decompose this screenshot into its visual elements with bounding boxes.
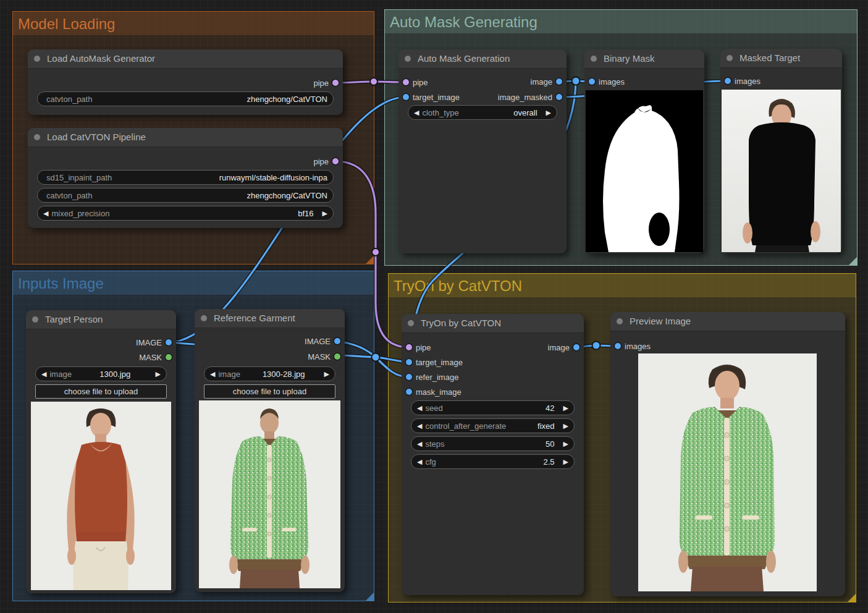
- collapse-dot-icon[interactable]: [408, 320, 414, 326]
- reroute-dot-pipe[interactable]: [370, 78, 377, 85]
- reroute-dot-image[interactable]: [572, 77, 580, 85]
- combo-left-arrow-icon[interactable]: ◀: [417, 436, 422, 451]
- node-masked-target[interactable]: Masked Target images: [720, 49, 842, 253]
- input-port-pipe[interactable]: [403, 79, 409, 85]
- combo-left-arrow-icon[interactable]: ◀: [417, 418, 422, 433]
- combo-left-arrow-icon[interactable]: ◀: [43, 206, 48, 221]
- input-label: images: [735, 77, 761, 86]
- input-port-target-image[interactable]: [403, 94, 409, 100]
- output-row-image: image: [531, 74, 562, 89]
- output-port-image[interactable]: [573, 344, 579, 350]
- output-port-mask[interactable]: [334, 353, 340, 360]
- output-port-image[interactable]: [556, 78, 562, 85]
- output-port-pipe[interactable]: [332, 80, 339, 86]
- widget-value: 42: [546, 404, 554, 413]
- output-port-pipe[interactable]: [332, 158, 339, 164]
- widget-image-file[interactable]: ◀ image 1300-28.jpg ▶: [204, 366, 335, 381]
- upload-button[interactable]: choose file to upload: [204, 384, 335, 399]
- node-binary-mask[interactable]: Binary Mask images: [584, 49, 704, 253]
- widget-cloth-type[interactable]: ◀ cloth_type overall ▶: [408, 105, 557, 120]
- output-port-image[interactable]: [166, 339, 172, 345]
- input-label: pipe: [416, 343, 431, 352]
- input-port-images[interactable]: [615, 343, 621, 349]
- combo-right-arrow-icon[interactable]: ▶: [156, 366, 161, 381]
- output-port-image-masked[interactable]: [556, 94, 562, 100]
- reroute-dot-image[interactable]: [592, 342, 600, 350]
- combo-right-arrow-icon[interactable]: ▶: [563, 418, 568, 433]
- combo-left-arrow-icon[interactable]: ◀: [417, 454, 422, 469]
- combo-right-arrow-icon[interactable]: ▶: [563, 436, 568, 451]
- node-title-bar[interactable]: Masked Target: [720, 49, 842, 68]
- node-title: Masked Target: [739, 49, 800, 67]
- widget-label: control_after_generate: [425, 421, 506, 431]
- combo-right-arrow-icon[interactable]: ▶: [563, 454, 568, 469]
- node-preview-image[interactable]: Preview Image images: [610, 312, 845, 596]
- collapse-dot-icon[interactable]: [34, 134, 40, 140]
- node-title-bar[interactable]: Reference Garment: [195, 309, 345, 328]
- input-row-mask-image: mask_image: [406, 384, 461, 399]
- node-title-bar[interactable]: Target Person: [26, 310, 176, 329]
- reroute-dot-image[interactable]: [372, 353, 380, 361]
- collapse-dot-icon[interactable]: [34, 56, 40, 62]
- widget-value: 2.5: [543, 457, 554, 467]
- node-load-automask-generator[interactable]: Load AutoMask Generator pipe catvton_pat…: [28, 49, 343, 115]
- node-graph-canvas[interactable]: Model Loading Auto Mask Generating Input…: [0, 0, 868, 613]
- node-load-catvton-pipeline[interactable]: Load CatVTON Pipeline pipe sd15_inpaint_…: [28, 128, 343, 228]
- combo-left-arrow-icon[interactable]: ◀: [41, 366, 46, 381]
- output-label: MASK: [139, 353, 162, 362]
- output-row-mask: MASK: [139, 350, 172, 365]
- widget-catvton-path[interactable]: catvton_path zhengchong/CatVTON: [37, 188, 334, 203]
- combo-left-arrow-icon[interactable]: ◀: [210, 366, 215, 381]
- node-reference-garment[interactable]: Reference Garment IMAGE MASK ◀ image 130…: [195, 309, 345, 592]
- input-row-pipe: pipe: [406, 340, 431, 355]
- widget-catvton-path[interactable]: catvton_path zhengchong/CatVTON: [37, 91, 334, 106]
- input-row-pipe: pipe: [403, 75, 428, 90]
- combo-right-arrow-icon[interactable]: ▶: [563, 400, 568, 415]
- combo-right-arrow-icon[interactable]: ▶: [324, 366, 329, 381]
- node-auto-mask-generation[interactable]: Auto Mask Generation pipe target_image i…: [398, 49, 567, 253]
- collapse-dot-icon[interactable]: [727, 55, 733, 61]
- input-port-images[interactable]: [589, 78, 595, 85]
- widget-cfg[interactable]: ◀ cfg 2.5 ▶: [411, 454, 575, 469]
- widget-steps[interactable]: ◀ steps 50 ▶: [411, 436, 575, 451]
- input-label: images: [599, 77, 625, 87]
- node-title-bar[interactable]: TryOn by CatVTON: [402, 314, 584, 333]
- input-port-target-image[interactable]: [406, 359, 412, 365]
- node-tryon-by-catvton[interactable]: TryOn by CatVTON pipe target_image refer…: [402, 314, 584, 595]
- widget-sd15-inpaint-path[interactable]: sd15_inpaint_path runwayml/stable-diffus…: [37, 170, 334, 185]
- reference-garment-preview: [199, 400, 340, 588]
- collapse-dot-icon[interactable]: [201, 315, 207, 321]
- combo-left-arrow-icon[interactable]: ◀: [414, 105, 419, 120]
- widget-label: catvton_path: [46, 191, 92, 200]
- input-port-refer-image[interactable]: [406, 374, 412, 380]
- widget-seed[interactable]: ◀ seed 42 ▶: [411, 400, 575, 415]
- output-port-mask[interactable]: [166, 354, 172, 360]
- widget-label: image: [49, 370, 71, 379]
- widget-control-after-generate[interactable]: ◀ control_after_generate fixed ▶: [411, 418, 575, 433]
- output-port-image[interactable]: [334, 338, 340, 344]
- combo-right-arrow-icon[interactable]: ▶: [322, 206, 327, 221]
- collapse-dot-icon[interactable]: [617, 318, 623, 324]
- input-label: images: [625, 342, 651, 351]
- node-title-bar[interactable]: Auto Mask Generation: [398, 49, 567, 69]
- widget-mixed-precision[interactable]: ◀ mixed_precision bf16 ▶: [37, 206, 334, 221]
- input-port-mask-image[interactable]: [406, 389, 412, 395]
- collapse-dot-icon[interactable]: [405, 56, 411, 62]
- collapse-dot-icon[interactable]: [591, 56, 597, 62]
- reroute-dot-pipe[interactable]: [372, 248, 379, 256]
- upload-button[interactable]: choose file to upload: [35, 384, 167, 399]
- node-title-bar[interactable]: Load AutoMask Generator: [28, 49, 343, 69]
- node-title-bar[interactable]: Preview Image: [610, 312, 845, 331]
- combo-left-arrow-icon[interactable]: ◀: [417, 400, 422, 415]
- node-title-bar[interactable]: Binary Mask: [584, 49, 704, 69]
- input-port-pipe[interactable]: [406, 344, 412, 350]
- collapse-dot-icon[interactable]: [32, 316, 38, 323]
- widget-label: steps: [425, 439, 444, 449]
- input-label: target_image: [416, 358, 463, 367]
- input-port-images[interactable]: [725, 78, 731, 84]
- node-title: Preview Image: [630, 312, 691, 331]
- combo-right-arrow-icon[interactable]: ▶: [546, 105, 551, 120]
- node-target-person[interactable]: Target Person IMAGE MASK ◀ image 1300.jp…: [26, 310, 176, 593]
- widget-image-file[interactable]: ◀ image 1300.jpg ▶: [35, 366, 167, 381]
- node-title-bar[interactable]: Load CatVTON Pipeline: [28, 128, 343, 147]
